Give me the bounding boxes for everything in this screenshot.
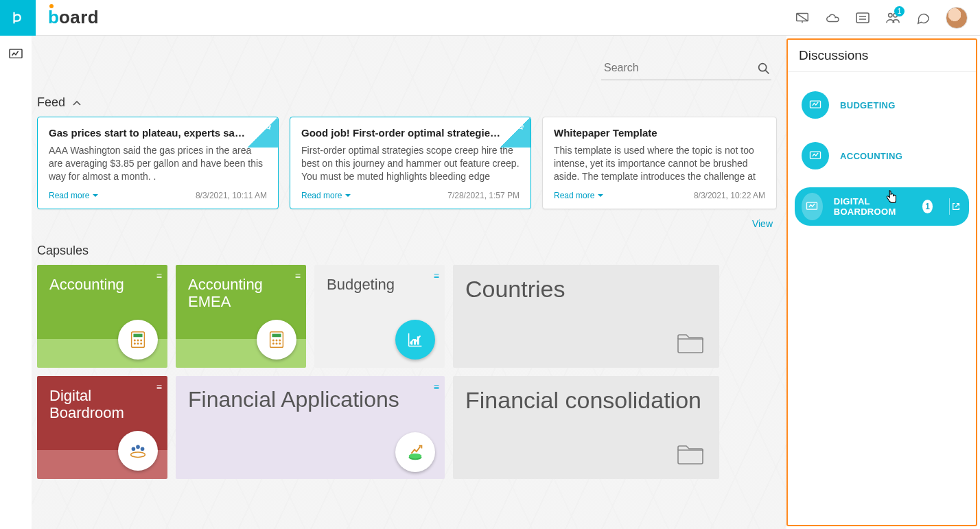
svg-point-20: [276, 342, 278, 344]
feed-card-title: Whitepaper Template: [554, 127, 765, 139]
capsules-header: Capsules: [37, 244, 777, 258]
svg-point-9: [137, 339, 139, 341]
view-all-link[interactable]: View: [752, 218, 773, 229]
capsule-title: Countries: [465, 276, 707, 303]
chevron-down-icon: [345, 193, 351, 198]
chat-icon[interactable]: [915, 10, 931, 25]
capsule-title: Financial consolidation: [465, 387, 707, 414]
feed-card[interactable]: Good job! First-order optimal strategies…: [290, 117, 531, 209]
svg-rect-1: [856, 13, 869, 23]
capsule-accounting[interactable]: ≡ Accounting: [37, 265, 167, 368]
read-more-text: Read more: [301, 191, 342, 200]
svg-point-25: [131, 452, 145, 458]
read-more-text: Read more: [49, 191, 89, 200]
feed-card-body: This template is used where the topic is…: [554, 144, 765, 184]
capsule-accounting-emea[interactable]: ≡ Accounting EMEA: [176, 265, 306, 368]
capsule-menu-icon[interactable]: ≡: [156, 270, 161, 281]
profile-avatar[interactable]: [946, 7, 968, 29]
left-rail: [0, 36, 32, 529]
calculator-icon: [257, 320, 296, 360]
feed-header: Feed: [37, 95, 777, 110]
capsule-menu-icon[interactable]: ≡: [434, 381, 438, 392]
feed-card[interactable]: Whitepaper Template This template is use…: [542, 117, 777, 209]
read-more-link[interactable]: Read more: [554, 191, 604, 200]
svg-point-27: [141, 447, 145, 451]
svg-point-18: [279, 339, 281, 341]
capsule-title: Financial Applications: [188, 387, 432, 412]
capsule-grid: ≡ Accounting ≡ Accounting EMEA ≡ Budgeti…: [37, 265, 777, 479]
feed-card-timestamp: 8/3/2021, 10:11 AM: [196, 191, 267, 200]
discussions-panel: Discussions BUDGETING ACCOUNTING DIGITAL…: [786, 38, 977, 526]
svg-point-2: [889, 13, 893, 16]
svg-point-10: [140, 339, 142, 341]
svg-rect-4: [10, 49, 22, 58]
capsule-title: Accounting: [49, 276, 155, 293]
feed-card[interactable]: Gas prices start to plateau, experts say…: [37, 117, 279, 209]
discussion-item-digital-boardroom[interactable]: DIGITAL BOARDROOM 1: [795, 187, 969, 226]
discussion-bubble-icon: [802, 142, 829, 169]
brand-b: b: [48, 7, 59, 28]
discussions-title: Discussions: [788, 40, 976, 72]
cloud-icon[interactable]: [825, 10, 840, 25]
svg-point-21: [279, 342, 281, 344]
capsule-title: Budgeting: [327, 276, 432, 293]
discussion-item-budgeting[interactable]: BUDGETING: [795, 86, 969, 124]
search-icon: [756, 61, 771, 76]
presentation-icon[interactable]: [795, 10, 810, 25]
discussion-label: ACCOUNTING: [840, 151, 902, 161]
feed-card-timestamp: 8/3/2021, 10:22 AM: [694, 191, 765, 200]
read-more-link[interactable]: Read more: [301, 191, 351, 200]
svg-rect-24: [417, 336, 419, 344]
discussion-count-badge: 1: [922, 200, 933, 213]
svg-rect-23: [414, 339, 416, 344]
chart-grow-icon: [395, 320, 435, 360]
top-icon-tray: 1: [795, 7, 980, 29]
svg-point-11: [134, 342, 136, 344]
capsule-title: Digital Boardroom: [49, 387, 155, 422]
svg-point-12: [137, 342, 139, 344]
capsule-menu-icon[interactable]: ≡: [434, 270, 438, 281]
feed-card-timestamp: 7/28/2021, 1:57 PM: [447, 191, 520, 200]
logo-tile[interactable]: [0, 0, 36, 36]
svg-rect-15: [272, 334, 281, 338]
dashboard-icon[interactable]: [0, 41, 32, 67]
people-icon[interactable]: 1: [885, 10, 900, 25]
brand-rest: oard: [59, 7, 99, 28]
svg-rect-22: [410, 341, 412, 345]
svg-point-17: [276, 339, 278, 341]
announcement-corner: [500, 117, 530, 148]
open-external-icon[interactable]: [949, 198, 962, 215]
discussion-label: BUDGETING: [840, 100, 896, 110]
capsule-financial-consolidation[interactable]: Financial consolidation: [453, 376, 719, 479]
capsule-menu-icon[interactable]: ≡: [295, 270, 299, 281]
read-more-text: Read more: [554, 191, 594, 200]
feed-card-title: Gas prices start to plateau, experts say…: [49, 127, 267, 139]
read-more-link[interactable]: Read more: [49, 191, 99, 200]
feed-card-title: Good job! First-order optimal strategies…: [301, 127, 520, 139]
people-badge: 1: [894, 6, 905, 16]
brand-logo[interactable]: board: [36, 7, 99, 28]
search-input[interactable]: [601, 58, 756, 80]
capsule-digital-boardroom[interactable]: ≡ Digital Boardroom: [37, 376, 167, 479]
svg-point-5: [759, 64, 767, 71]
capsule-financial-applications[interactable]: ≡ Financial Applications: [176, 376, 445, 479]
feed-card-body: AAA Washington said the gas prices in th…: [49, 144, 267, 184]
svg-point-26: [132, 447, 136, 451]
capsule-menu-icon[interactable]: ≡: [156, 381, 161, 392]
capsule-countries[interactable]: Countries: [453, 265, 719, 368]
folder-icon: [675, 442, 705, 469]
feed-collapse-icon[interactable]: [72, 95, 82, 110]
announcement-corner: [248, 117, 278, 148]
feed-card-body: First-order optimal strategies scope cre…: [301, 144, 520, 184]
discussion-bubble-icon: [802, 91, 829, 119]
search-field[interactable]: [601, 58, 771, 80]
calculator-icon: [118, 320, 158, 360]
svg-point-13: [140, 342, 142, 344]
discussion-item-accounting[interactable]: ACCOUNTING: [795, 137, 969, 175]
svg-point-19: [272, 342, 275, 344]
workspace: Feed Gas prices start to plateau, expert…: [32, 36, 786, 529]
svg-point-30: [409, 454, 422, 459]
capsule-budgeting[interactable]: ≡ Budgeting: [314, 265, 445, 368]
discussion-label: DIGITAL BOARDROOM: [834, 196, 911, 217]
news-icon[interactable]: [855, 10, 870, 25]
